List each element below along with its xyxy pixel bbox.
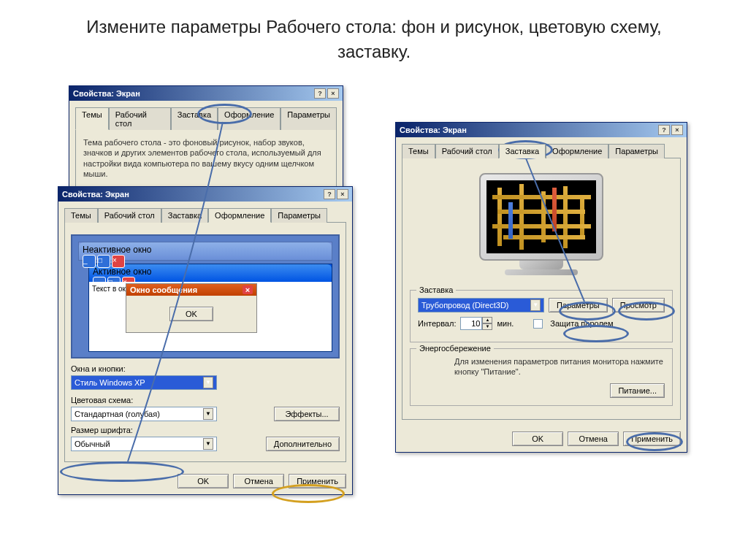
close-icon[interactable]: × (671, 125, 683, 135)
power-group: Энергосбережение Для изменения параметро… (410, 348, 673, 406)
font-size-value: Обычный (75, 440, 110, 448)
screensaver-group: Заставка Трубопровод (Direct3D) ▼ Параме… (410, 290, 673, 342)
tab-settings[interactable]: Параметры (271, 208, 327, 223)
window-title: Свойства: Экран (62, 190, 129, 199)
cancel-button[interactable]: Отмена (568, 431, 619, 446)
advanced-button[interactable]: Дополнительно (266, 437, 340, 451)
help-icon[interactable]: ? (314, 88, 326, 99)
tab-themes[interactable]: Темы (402, 144, 435, 158)
chevron-down-icon[interactable]: ▼ (530, 299, 541, 311)
message-body: OK (126, 296, 256, 332)
close-icon[interactable]: × (337, 189, 348, 199)
interval-unit: мин. (497, 319, 514, 328)
screensaver-preview (486, 180, 596, 253)
password-checkbox[interactable] (533, 319, 543, 329)
interval-input[interactable] (460, 317, 482, 330)
message-box: Окно сообщения × OK (126, 283, 257, 333)
titlebar[interactable]: Свойства: Экран ? × (69, 86, 343, 101)
dialog-appearance: Свойства: Экран ? × Темы Рабочий стол За… (58, 186, 353, 495)
tab-screensaver[interactable]: Заставка (161, 208, 208, 223)
tab-desktop[interactable]: Рабочий стол (98, 208, 161, 223)
color-scheme-combo[interactable]: Стандартная (голубая) ▼ (71, 407, 217, 421)
tab-desktop[interactable]: Рабочий стол (435, 144, 499, 158)
power-button[interactable]: Питание... (610, 383, 665, 398)
ok-button: OK (169, 307, 213, 321)
apply-button[interactable]: Применить (623, 431, 681, 446)
font-size-label: Размер шрифта: (71, 426, 340, 434)
spinner-down-icon[interactable]: ▼ (482, 323, 492, 330)
close-icon[interactable]: × (327, 88, 339, 99)
interval-spinner[interactable]: ▲ ▼ (460, 317, 492, 330)
tab-screensaver[interactable]: Заставка (171, 107, 218, 130)
password-label: Защита паролем (550, 319, 613, 328)
message-titlebar: Окно сообщения × (126, 284, 256, 296)
tabbar: Темы Рабочий стол Заставка Оформление Па… (396, 137, 687, 158)
preview-inactive-window: Неактивное окно _ □ × (78, 242, 332, 261)
chevron-down-icon[interactable]: ▼ (203, 438, 213, 450)
inactive-title-text: Неактивное окно (83, 245, 152, 255)
windows-buttons-combo[interactable]: Стиль Windows XP ▼ (71, 375, 217, 390)
color-scheme-value: Стандартная (голубая) (75, 410, 160, 418)
active-title-text: Активное окно (93, 266, 152, 277)
window-body: Текст в окне Окно сообщения × OK (89, 282, 332, 351)
tab-content: Заставка Трубопровод (Direct3D) ▼ Параме… (402, 158, 681, 420)
titlebar[interactable]: Свойства: Экран ? × (58, 187, 352, 202)
message-title-text: Окно сообщения (130, 285, 197, 294)
tab-settings[interactable]: Параметры (280, 107, 337, 130)
tab-appearance[interactable]: Оформление (218, 107, 280, 130)
cancel-button[interactable]: Отмена (233, 474, 284, 488)
tab-themes[interactable]: Темы (64, 208, 98, 223)
effects-button[interactable]: Эффекты... (274, 407, 340, 421)
group-title: Энергосбережение (416, 344, 494, 353)
dialog-screensaver: Свойства: Экран ? × Темы Рабочий стол За… (395, 122, 687, 453)
theme-description: Тема рабочего стола - это фоновый рисуно… (83, 137, 329, 179)
window-title: Свойства: Экран (73, 89, 140, 98)
appearance-preview: Неактивное окно _ □ × Активное окно _ □ … (71, 234, 340, 358)
dialog-footer: OK Отмена Применить (396, 426, 687, 452)
monitor-preview (476, 173, 607, 283)
page-title: Измените параметры Рабочего стола: фон и… (0, 0, 748, 71)
apply-button[interactable]: Применить (289, 474, 346, 488)
windows-buttons-label: Окна и кнопки: (71, 364, 340, 373)
help-icon[interactable]: ? (324, 189, 335, 199)
tab-appearance[interactable]: Оформление (546, 144, 608, 158)
tabbar: Темы Рабочий стол Заставка Оформление Па… (69, 101, 343, 129)
dialog-footer: OK Отмена Применить (58, 468, 352, 494)
tabbar: Темы Рабочий стол Заставка Оформление Па… (58, 202, 352, 222)
chevron-down-icon[interactable]: ▼ (203, 408, 213, 420)
inactive-titlebar: Неактивное окно _ □ × (79, 242, 332, 260)
group-title: Заставка (416, 285, 456, 294)
preview-button[interactable]: Просмотр (612, 298, 665, 312)
help-icon[interactable]: ? (658, 125, 670, 135)
tab-screensaver[interactable]: Заставка (499, 144, 546, 158)
titlebar[interactable]: Свойства: Экран ? × (396, 123, 687, 137)
tab-themes[interactable]: Темы (75, 107, 109, 130)
parameters-button[interactable]: Параметры (549, 298, 608, 312)
windows-buttons-value: Стиль Windows XP (75, 378, 145, 387)
spinner-up-icon[interactable]: ▲ (482, 317, 492, 323)
ok-button[interactable]: OK (178, 474, 229, 488)
close-icon: × (243, 285, 253, 294)
preview-active-window: Активное окно _ □ × Текст в окне Окно со… (88, 264, 332, 352)
active-titlebar: Активное окно _ □ × (89, 264, 332, 282)
tab-settings[interactable]: Параметры (608, 144, 665, 158)
screensaver-combo[interactable]: Трубопровод (Direct3D) ▼ (418, 298, 544, 312)
color-scheme-label: Цветовая схема: (71, 396, 340, 404)
tab-appearance[interactable]: Оформление (208, 208, 271, 223)
power-description: Для изменения параметров питания монитор… (454, 356, 665, 377)
window-title: Свойства: Экран (400, 126, 467, 134)
interval-label: Интервал: (418, 319, 456, 328)
chevron-down-icon[interactable]: ▼ (203, 377, 213, 388)
screensaver-value: Трубопровод (Direct3D) (421, 301, 509, 310)
font-size-combo[interactable]: Обычный ▼ (71, 437, 217, 451)
tab-content: Неактивное окно _ □ × Активное окно _ □ … (64, 222, 346, 462)
ok-button[interactable]: OK (512, 431, 563, 446)
tab-desktop[interactable]: Рабочий стол (109, 107, 171, 130)
